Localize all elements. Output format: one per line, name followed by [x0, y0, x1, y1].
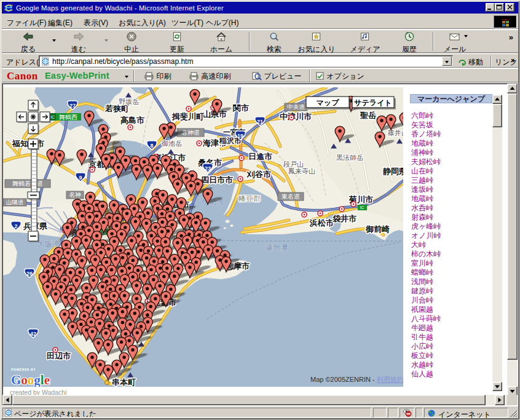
svg-text:舞鶴西: 舞鶴西: [59, 114, 77, 121]
svg-text:幡豆郡: 幡豆郡: [238, 194, 261, 203]
svg-text:関市: 関市: [233, 103, 249, 113]
svg-text:遠州灘: 遠州灘: [266, 243, 288, 252]
svg-text:Map ©2005ZENRIN - 利用規約: Map ©2005ZENRIN - 利用規約: [310, 376, 403, 383]
svg-text:8: 8: [150, 143, 153, 149]
svg-text:サテライト: サテライト: [354, 98, 392, 107]
svg-text:鳳来寺山: 鳳来寺山: [288, 167, 315, 175]
svg-text:21: 21: [257, 119, 263, 125]
svg-text:田辺市: 田辺市: [47, 351, 71, 360]
svg-text:名神: 名神: [69, 191, 81, 198]
svg-text:静岡県: 静岡県: [383, 167, 403, 176]
svg-text:Google: Google: [11, 373, 50, 387]
svg-text:東名道: 東名道: [281, 193, 300, 200]
svg-text:中津川市: 中津川市: [280, 112, 312, 121]
svg-text:IC: IC: [50, 115, 55, 119]
svg-text:大阪湾: 大阪湾: [37, 240, 60, 248]
svg-text:御池岳: 御池岳: [161, 140, 182, 147]
svg-text:2: 2: [14, 223, 17, 229]
svg-text:若狭町: 若狭町: [104, 104, 129, 113]
svg-text:揖斐川町: 揖斐川町: [171, 112, 204, 121]
svg-text:27: 27: [69, 103, 76, 109]
svg-text:浜松市: 浜松市: [309, 218, 334, 228]
svg-text:23: 23: [205, 165, 211, 172]
svg-text:黒法師岳: 黒法師岳: [336, 154, 363, 161]
svg-text:9: 9: [79, 175, 82, 181]
svg-text:中央道: 中央道: [287, 103, 305, 110]
svg-text:POWERED BY: POWERED BY: [11, 368, 36, 371]
svg-text:高島市: 高島市: [120, 116, 144, 125]
svg-text:IC: IC: [360, 205, 364, 210]
svg-text:マップ: マップ: [317, 98, 340, 107]
svg-text:野坂岳: 野坂岳: [119, 98, 139, 105]
svg-text:42: 42: [30, 331, 36, 337]
svg-text:19: 19: [237, 133, 243, 139]
svg-text:刈谷市: 刈谷市: [246, 170, 271, 179]
svg-text:山陽道: 山陽道: [6, 199, 24, 205]
svg-text:26: 26: [26, 271, 33, 277]
svg-text:袋井市: 袋井市: [332, 214, 357, 223]
svg-text:聖岳: 聖岳: [360, 111, 376, 120]
svg-text:舞鶴若狭道: 舞鶴若狭道: [12, 180, 43, 187]
svg-text:串本町: 串本町: [112, 378, 136, 387]
svg-text:御前崎: 御前崎: [365, 224, 390, 234]
